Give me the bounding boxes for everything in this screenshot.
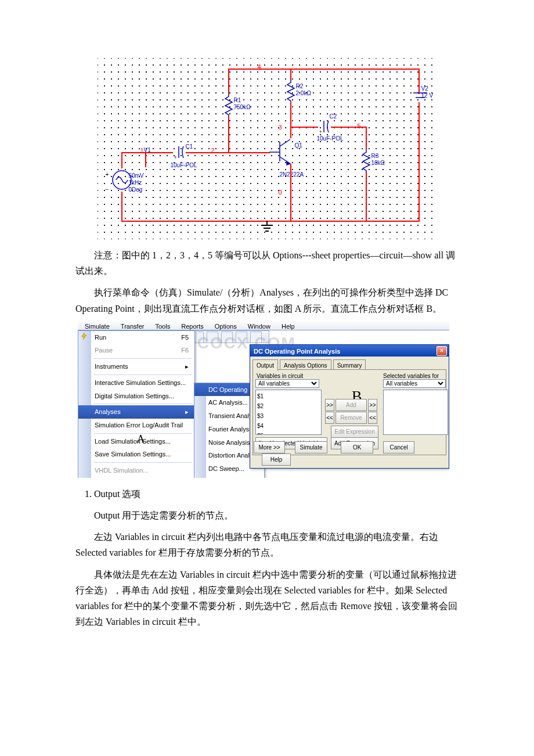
wire (290, 127, 291, 138)
dialog-titlebar[interactable]: DC Operating Point Analysis × (250, 345, 449, 357)
label-q1-value: 2N2222A (280, 170, 304, 179)
wire (418, 102, 420, 221)
wire (366, 172, 367, 221)
label-v2-value: 12 V (421, 91, 434, 100)
paragraph-4: 左边 Variables in circuit 栏内列出电路中各节点电压变量和流… (75, 529, 459, 560)
list-item[interactable]: $4 (257, 423, 264, 429)
vars-listbox[interactable]: $1 $2 $3 $4 $5 vv1#branch vv2#branch (255, 390, 322, 435)
selected-vars-dropdown[interactable]: All variables (383, 379, 446, 388)
node-2: 2 (211, 145, 215, 156)
circuit-schematic: V2 12 V R2 2.0kΩ R1 750kΩ C2 + 10uF-POL (98, 58, 437, 239)
wire (121, 192, 122, 221)
mi-interactive-settings[interactable]: Interactive Simulation Settings... (78, 376, 194, 390)
list-item[interactable]: $5 (257, 433, 264, 435)
wire (228, 152, 270, 153)
node-3: 3 (279, 122, 282, 133)
mi-analyses[interactable]: Analyses ▸ (78, 405, 194, 419)
label-v1-p2: 0Deg (129, 185, 143, 195)
node-0: 0 (279, 187, 282, 198)
label-c1-value: 10uF-POL (171, 160, 197, 170)
mi-digital-settings[interactable]: Digital Simulation Settings... (78, 390, 194, 403)
label-a: A (137, 430, 145, 448)
chevron-left-icon: << (325, 412, 334, 424)
add-button[interactable]: Add (335, 399, 367, 411)
ground-symbol (260, 221, 274, 233)
paragraph-3: Output 用于选定需要分析的节点。 (75, 507, 459, 523)
tab-strip: Output Analysis Options Summary (252, 359, 446, 369)
dc-op-dialog[interactable]: DC Operating Point Analysis × Output Ana… (250, 344, 449, 469)
dialog-title: DC Operating Point Analysis (254, 348, 340, 355)
paragraph-note: 注意：图中的 1，2，3，4，5 等编号可以从 Options---sheet … (75, 247, 459, 279)
wire (228, 116, 229, 152)
v1-minus: − (106, 185, 109, 195)
wire (228, 69, 229, 94)
wire (290, 102, 291, 127)
list-item[interactable]: $1 (257, 393, 264, 399)
paragraph-5: 具体做法是先在左边 Variables in circuit 栏内中选中需要分析… (75, 567, 459, 630)
help-button[interactable]: Help (262, 453, 291, 466)
wire (228, 69, 420, 70)
ok-button[interactable]: OK (341, 441, 373, 453)
label-r3-value: 10kΩ (371, 158, 385, 168)
transistor-q1 (269, 136, 298, 171)
ui-screenshot: Simulate Transfer Tools Reports Options … (78, 320, 449, 478)
node-5: 5 (358, 121, 361, 132)
mi-run[interactable]: Run F5 (78, 331, 194, 344)
chevron-left-icon: << (368, 412, 377, 424)
list-item[interactable]: $2 (257, 403, 264, 409)
wire (366, 127, 367, 150)
edit-expression-button[interactable]: Edit Expression (331, 426, 378, 438)
mi-save-settings[interactable]: Save Simulation Settings... (78, 448, 194, 461)
simulate-button[interactable]: Simulate (295, 441, 327, 453)
remove-button[interactable]: Remove (335, 412, 367, 424)
resistor-r2 (286, 80, 296, 102)
wire (121, 152, 122, 168)
mi-error-log[interactable]: Simulation Error Log/Audit Trail (78, 419, 194, 432)
simulate-dropdown[interactable]: Run F5 Pause F6 Instruments ▸ Interactiv… (78, 330, 195, 478)
chevron-right-icon: ▸ (185, 361, 189, 372)
tab-output[interactable]: Output (252, 359, 278, 371)
selected-listbox[interactable] (383, 390, 448, 435)
list-item[interactable]: $3 (257, 413, 264, 419)
wire (290, 69, 291, 80)
decorative-dots (405, 465, 449, 478)
label-c2-value: 10uF-POL (317, 134, 344, 143)
resistor-r3 (361, 150, 371, 172)
label-q1: Q1 (295, 141, 302, 150)
more-button[interactable]: More >> (254, 441, 285, 453)
section-output-title: 1. Output 选项 (75, 486, 459, 502)
mi-pause: Pause F6 (78, 344, 194, 357)
label-v1: V1 (144, 145, 151, 155)
label-c2: C2 (330, 111, 337, 121)
mi-vhdl: VHDL Simulation... (78, 464, 194, 477)
label-c1: C1 (186, 142, 193, 152)
mi-sensitivity[interactable]: Sensitivity... (194, 476, 264, 478)
svg-line-5 (280, 139, 290, 146)
lightning-icon (80, 332, 88, 340)
svg-marker-14 (82, 333, 86, 340)
chevron-right-icon: ▸ (185, 406, 189, 417)
node-4: 4 (258, 62, 261, 73)
wire (186, 152, 229, 153)
wire (290, 127, 318, 128)
v1-plus: + (106, 170, 109, 179)
mi-load-settings[interactable]: Load Simulation Settings... (78, 435, 194, 448)
vars-dropdown[interactable]: All variables (255, 379, 319, 388)
wire (331, 127, 367, 128)
label-r1-value: 750kΩ (234, 102, 251, 112)
chevron-right-icon: >> (325, 399, 334, 411)
mi-instruments[interactable]: Instruments ▸ (78, 360, 194, 373)
wire (290, 164, 291, 221)
chevron-right-icon: >> (368, 399, 377, 411)
node-1: 1 (140, 145, 144, 156)
close-button[interactable]: × (436, 346, 447, 356)
paragraph-2: 执行菜单命令（仿真）Simulate/（分析）Analyses，在列出的可操作分… (75, 285, 459, 316)
label-r2-value: 2.0kΩ (296, 88, 311, 98)
cancel-button[interactable]: Cancel (383, 441, 414, 453)
